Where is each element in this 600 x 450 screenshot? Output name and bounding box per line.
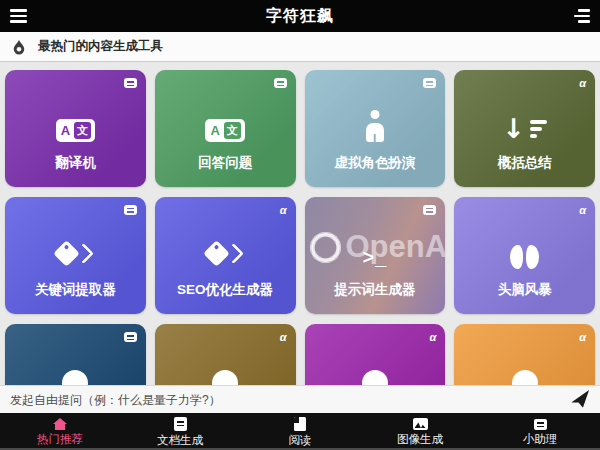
bottom-nav: 热门推荐 文档生成 阅读 图像生成 小助理 bbox=[0, 413, 600, 450]
tool-icon bbox=[62, 370, 88, 385]
alpha-badge-icon: α bbox=[280, 332, 287, 342]
tool-icon bbox=[362, 370, 388, 385]
tool-card-brainstorm[interactable]: α 头脑风暴 bbox=[454, 197, 595, 314]
alpha-badge-icon: α bbox=[579, 332, 586, 342]
tool-card-label: 翻译机 bbox=[55, 154, 96, 171]
nav-item-hot-recommendations[interactable]: 热门推荐 bbox=[0, 413, 120, 450]
alpha-badge-icon: α bbox=[429, 332, 436, 342]
translate-icon: A 文 bbox=[205, 119, 244, 142]
tool-card-label: 关键词提取器 bbox=[35, 281, 116, 298]
tool-card-seo-generator[interactable]: α SEO优化生成器 bbox=[155, 197, 296, 314]
section-header: 最热门的内容生成工具 bbox=[0, 32, 600, 62]
top-app-bar: 字符狂飙 bbox=[0, 0, 600, 32]
chat-bubble-icon bbox=[274, 78, 287, 88]
tool-card-row3-3[interactable]: α bbox=[305, 324, 446, 385]
fire-icon bbox=[12, 39, 26, 55]
chat-bubble-icon bbox=[423, 78, 436, 88]
app-root: 字符狂飙 最热门的内容生成工具 A 文 翻译机 A 文 bbox=[0, 0, 600, 450]
chat-bubble-icon bbox=[124, 332, 137, 342]
book-icon bbox=[294, 417, 306, 431]
tool-card-row3-2[interactable]: α bbox=[155, 324, 296, 385]
chat-bubble-icon bbox=[124, 78, 137, 88]
tool-card-prompt-generator[interactable]: OpenAI >_ 提示词生成器 bbox=[305, 197, 446, 314]
brain-icon bbox=[510, 245, 539, 269]
nav-item-assistant[interactable]: 小助理 bbox=[480, 413, 600, 450]
nav-item-image-generation[interactable]: 图像生成 bbox=[360, 413, 480, 450]
tool-card-label: 回答问题 bbox=[198, 154, 252, 171]
tool-card-label: 概括总结 bbox=[498, 154, 552, 171]
openai-logo-icon bbox=[312, 234, 339, 261]
options-menu-icon[interactable] bbox=[568, 7, 590, 25]
tool-card-label: 头脑风暴 bbox=[498, 281, 552, 298]
tool-card-answer-questions[interactable]: A 文 回答问题 bbox=[155, 70, 296, 187]
tool-card-label: SEO优化生成器 bbox=[177, 281, 273, 298]
summarize-icon: ↓ bbox=[502, 116, 547, 142]
document-icon bbox=[174, 417, 187, 431]
free-question-bar bbox=[0, 385, 600, 413]
tool-card-row3-1[interactable] bbox=[5, 324, 146, 385]
chat-assistant-icon bbox=[534, 419, 547, 430]
tags-icon bbox=[53, 239, 97, 269]
chat-bubble-icon bbox=[423, 205, 436, 215]
person-icon bbox=[360, 110, 390, 142]
tags-icon bbox=[203, 239, 247, 269]
hamburger-menu-icon[interactable] bbox=[10, 7, 32, 25]
nav-item-document-generation[interactable]: 文档生成 bbox=[120, 413, 240, 450]
tool-grid: A 文 翻译机 A 文 回答问题 虚拟角色扮演 α bbox=[0, 62, 600, 385]
nav-item-reading[interactable]: 阅读 bbox=[240, 413, 360, 450]
openai-watermark-text: OpenAI bbox=[346, 229, 446, 265]
tool-card-label: 虚拟角色扮演 bbox=[334, 154, 415, 171]
tool-card-translator[interactable]: A 文 翻译机 bbox=[5, 70, 146, 187]
image-icon bbox=[413, 418, 428, 430]
tool-card-label: 提示词生成器 bbox=[334, 281, 415, 298]
alpha-badge-icon: α bbox=[579, 78, 586, 88]
home-icon bbox=[53, 418, 67, 430]
translate-icon: A 文 bbox=[56, 119, 95, 142]
tool-icon bbox=[512, 370, 538, 385]
free-question-input[interactable] bbox=[10, 393, 563, 407]
alpha-badge-icon: α bbox=[579, 205, 586, 215]
chat-bubble-icon bbox=[124, 205, 137, 215]
app-title: 字符狂飙 bbox=[0, 6, 600, 27]
alpha-badge-icon: α bbox=[280, 205, 287, 215]
tool-card-summarize[interactable]: α ↓ 概括总结 bbox=[454, 70, 595, 187]
terminal-prompt-icon: >_ bbox=[362, 246, 387, 269]
section-title: 最热门的内容生成工具 bbox=[38, 38, 163, 55]
tool-card-roleplay[interactable]: 虚拟角色扮演 bbox=[305, 70, 446, 187]
tool-card-keyword-extractor[interactable]: 关键词提取器 bbox=[5, 197, 146, 314]
tool-card-row3-4[interactable]: α bbox=[454, 324, 595, 385]
tool-icon bbox=[212, 370, 238, 385]
send-icon[interactable] bbox=[570, 390, 591, 409]
